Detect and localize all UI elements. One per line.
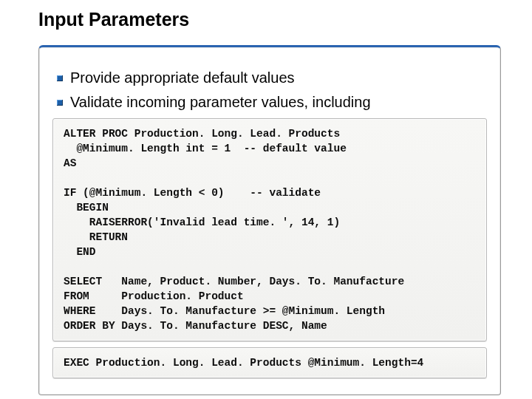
page-title: Input Parameters xyxy=(38,9,501,30)
bullet-item: Provide appropriate default values xyxy=(52,68,487,88)
bullet-item: Validate incoming parameter values, incl… xyxy=(52,92,487,112)
content-frame: Provide appropriate default values Valid… xyxy=(38,45,501,395)
code-block-exec: EXEC Production. Long. Lead. Products @M… xyxy=(52,347,487,378)
bullet-list: Provide appropriate default values Valid… xyxy=(52,68,487,112)
code-block-main: ALTER PROC Production. Long. Lead. Produ… xyxy=(52,118,487,341)
